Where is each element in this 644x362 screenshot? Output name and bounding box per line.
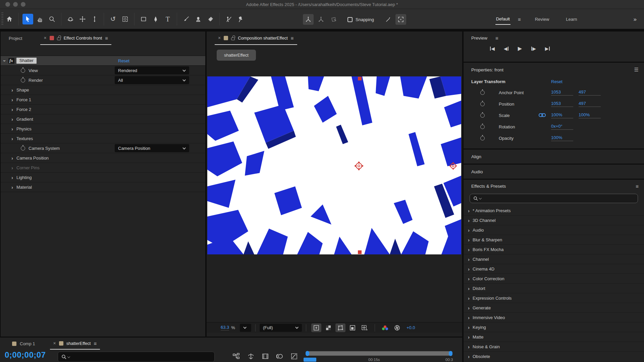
group-chevron-icon[interactable]: › xyxy=(11,184,13,190)
effect-name[interactable]: Shatter xyxy=(16,58,37,64)
effect-property-row[interactable]: › Camera System Camera Position xyxy=(1,143,205,153)
zoom-tool-button[interactable] xyxy=(47,14,57,24)
group-chevron-icon[interactable]: › xyxy=(11,116,13,122)
group-chevron-icon[interactable]: › xyxy=(468,344,470,350)
tab-project[interactable]: Project xyxy=(9,36,22,41)
rectangle-tool-button[interactable] xyxy=(138,14,149,24)
tab-comp1[interactable]: Comp 1 xyxy=(12,341,35,346)
effects-category-row[interactable]: › 3D Channel xyxy=(464,216,644,225)
effect-property-row[interactable]: › Corner Pins xyxy=(1,163,205,173)
eraser-tool-button[interactable] xyxy=(205,14,216,24)
effects-category-row[interactable]: › Audio xyxy=(464,225,644,235)
resolution-dropdown[interactable]: (Full) xyxy=(260,324,302,332)
group-chevron-icon[interactable]: › xyxy=(468,334,470,340)
group-chevron-icon[interactable]: › xyxy=(468,208,470,214)
window-controls[interactable] xyxy=(5,2,25,7)
zoom-window-button[interactable] xyxy=(21,2,25,7)
selection-tool-button[interactable] xyxy=(22,14,33,24)
pan-camera-tool-button[interactable] xyxy=(77,14,88,24)
draft-3d-icon[interactable] xyxy=(247,352,255,360)
group-chevron-icon[interactable]: › xyxy=(468,315,470,320)
stopwatch-icon[interactable] xyxy=(21,146,25,150)
lasso-node-tool-icon[interactable] xyxy=(328,14,339,25)
effect-property-row[interactable]: › Lighting xyxy=(1,173,205,182)
panel-menu-icon[interactable]: ≡ xyxy=(636,183,639,189)
exposure-reset-button[interactable] xyxy=(392,323,402,332)
parent-link-tool-icon[interactable] xyxy=(303,14,314,25)
property-value[interactable]: 497 xyxy=(579,89,601,96)
panel-menu-icon[interactable]: ≡ xyxy=(291,35,294,41)
property-value[interactable]: 497 xyxy=(579,101,601,107)
effect-property-row[interactable]: › Camera Position xyxy=(1,153,205,163)
panel-menu-icon[interactable]: ≡ xyxy=(105,35,108,41)
group-chevron-icon[interactable]: › xyxy=(468,276,470,282)
effects-category-row[interactable]: › Distort xyxy=(464,284,644,293)
effects-search-input[interactable] xyxy=(470,194,638,203)
group-chevron-icon[interactable]: › xyxy=(468,354,470,359)
workspace-tab-learn[interactable]: Learn xyxy=(565,14,578,24)
property-value[interactable]: 1053 xyxy=(551,101,573,107)
snapping-checkbox[interactable] xyxy=(347,17,353,22)
exposure-value[interactable]: +0.0 xyxy=(407,325,415,330)
shatter-effect-header[interactable]: › fx Shatter Reset xyxy=(1,56,205,66)
effect-property-row[interactable]: › Textures xyxy=(1,134,205,143)
chevron-down-icon[interactable]: › xyxy=(2,60,8,62)
fast-previews-button[interactable] xyxy=(311,323,321,332)
group-chevron-icon[interactable]: › xyxy=(468,237,470,243)
effects-category-row[interactable]: › Color Correction xyxy=(464,274,644,284)
workspace-tab-default[interactable]: Default xyxy=(495,14,511,25)
effects-category-row[interactable]: › Generate xyxy=(464,303,644,313)
effects-category-row[interactable]: › Expression Controls xyxy=(464,293,644,303)
pen-tool-button[interactable] xyxy=(150,14,161,24)
close-icon[interactable]: × xyxy=(44,35,46,41)
stopwatch-icon[interactable] xyxy=(480,125,485,129)
minimize-window-button[interactable] xyxy=(13,2,18,7)
mask-visibility-button[interactable] xyxy=(335,323,345,332)
graph-editor-icon[interactable] xyxy=(290,352,299,360)
group-chevron-icon[interactable]: › xyxy=(468,227,470,233)
effects-category-row[interactable]: › Noise & Grain xyxy=(464,342,644,352)
stopwatch-icon[interactable] xyxy=(21,78,25,82)
property-value[interactable]: 1053 xyxy=(551,89,573,96)
last-frame-button[interactable]: ▶ xyxy=(542,44,553,53)
clone-stamp-tool-button[interactable] xyxy=(193,14,204,24)
comp-breadcrumb-chip[interactable]: shatterEffect xyxy=(217,50,256,61)
property-dropdown[interactable]: All xyxy=(115,76,189,84)
effects-category-row[interactable]: › Blur & Sharpen xyxy=(464,235,644,245)
effects-category-row[interactable]: › * Animation Presets xyxy=(464,206,644,216)
effects-category-row[interactable]: › Obsolete xyxy=(464,352,644,361)
effect-reset-link[interactable]: Reset xyxy=(118,58,129,63)
timeline-search-input[interactable] xyxy=(58,352,215,362)
effect-property-row[interactable]: › Material xyxy=(1,182,205,192)
property-dropdown[interactable]: Camera Position xyxy=(115,144,189,152)
tab-composition[interactable]: × Composition shatterEffect ≡ xyxy=(215,32,297,45)
panel-menu-icon[interactable]: ☰ xyxy=(634,67,639,73)
composition-canvas[interactable] xyxy=(207,76,461,254)
tab-effect-controls[interactable]: × Effect Controls front ≡ xyxy=(40,32,111,45)
close-icon[interactable]: × xyxy=(218,35,221,41)
grid-guides-button[interactable] xyxy=(360,323,370,332)
hand-tool-button[interactable] xyxy=(35,14,45,24)
effect-property-row[interactable]: › Force 2 xyxy=(1,105,205,114)
effect-property-row[interactable]: › Gradient xyxy=(1,114,205,124)
group-chevron-icon[interactable]: › xyxy=(11,155,13,161)
camera-marquee-tool-button[interactable] xyxy=(120,14,130,24)
close-window-button[interactable] xyxy=(5,2,10,7)
dolly-camera-tool-button[interactable] xyxy=(89,14,100,24)
region-of-interest-button[interactable] xyxy=(347,323,358,332)
group-chevron-icon[interactable]: › xyxy=(468,256,470,262)
pickwhip-icon[interactable] xyxy=(383,14,393,25)
effects-category-row[interactable]: › Cinema 4D xyxy=(464,264,644,274)
effect-property-row[interactable]: › Force 1 xyxy=(1,95,205,105)
effects-category-row[interactable]: › Immersive Video xyxy=(464,313,644,322)
region-of-interest-toggle-icon[interactable] xyxy=(395,14,406,25)
stopwatch-icon[interactable] xyxy=(480,102,485,106)
group-chevron-icon[interactable]: › xyxy=(11,87,13,93)
panel-menu-icon[interactable]: ≡ xyxy=(495,35,498,41)
group-chevron-icon[interactable]: › xyxy=(11,97,13,103)
group-chevron-icon[interactable]: › xyxy=(468,295,470,301)
link-icon[interactable] xyxy=(539,113,546,117)
stopwatch-icon[interactable] xyxy=(480,90,485,95)
frame-blending-icon[interactable] xyxy=(261,352,270,360)
node-tool-icon[interactable] xyxy=(316,14,326,25)
